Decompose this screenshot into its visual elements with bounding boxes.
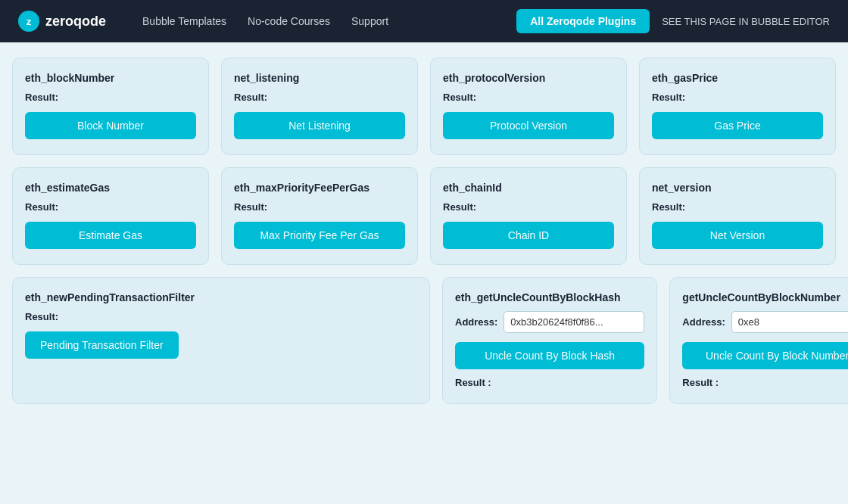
card-result-label: Result:	[25, 92, 196, 103]
card-title: eth_estimateGas	[25, 182, 196, 194]
block-number-button[interactable]: Block Number	[25, 112, 196, 139]
address-row: Address:	[682, 311, 848, 333]
card-title: getUncleCountByBlockNumber	[682, 291, 848, 303]
result-colon: Result :	[455, 377, 644, 388]
address-input[interactable]	[731, 311, 848, 333]
nav-support[interactable]: Support	[351, 15, 388, 27]
card-title: net_version	[652, 182, 823, 194]
card-title: eth_newPendingTransactionFilter	[25, 291, 417, 303]
card-title: eth_gasPrice	[652, 72, 823, 84]
card-result-label: Result:	[443, 92, 614, 103]
nav-bubble-templates[interactable]: Bubble Templates	[142, 15, 226, 27]
card-title: eth_protocolVersion	[443, 72, 614, 84]
result-colon: Result :	[682, 377, 848, 388]
card-uncle-count-block-hash: eth_getUncleCountByBlockHash Address: Un…	[442, 277, 657, 404]
card-chain-id: eth_chainId Result: Chain ID	[430, 167, 627, 265]
card-result-label: Result:	[234, 92, 405, 103]
estimate-gas-button[interactable]: Estimate Gas	[25, 222, 196, 249]
main-content: eth_blockNumber Result: Block Number net…	[0, 42, 848, 504]
bubble-editor-link[interactable]: SEE THIS PAGE IN BUBBLE EDITOR	[662, 16, 830, 27]
card-pending-tx-filter: eth_newPendingTransactionFilter Result: …	[12, 277, 430, 404]
net-version-button[interactable]: Net Version	[652, 222, 823, 249]
cards-row3: eth_newPendingTransactionFilter Result: …	[12, 277, 836, 404]
protocol-version-button[interactable]: Protocol Version	[443, 112, 614, 139]
card-net-listening: net_listening Result: Net Listening	[221, 58, 418, 155]
all-plugins-button[interactable]: All Zeroqode Plugins	[516, 9, 650, 33]
card-net-version: net_version Result: Net Version	[639, 167, 836, 265]
chain-id-button[interactable]: Chain ID	[443, 222, 614, 249]
uncle-count-number-button[interactable]: Uncle Count By Block Number	[682, 342, 848, 369]
nav-right: All Zeroqode Plugins SEE THIS PAGE IN BU…	[516, 9, 830, 33]
max-priority-fee-button[interactable]: Max Priority Fee Per Gas	[234, 222, 405, 249]
card-result-label: Result:	[25, 201, 196, 213]
card-result-label: Result:	[25, 311, 417, 322]
address-row: Address:	[455, 311, 644, 333]
logo-icon: z	[18, 11, 39, 32]
navigation: z zeroqode Bubble Templates No-code Cour…	[0, 0, 848, 42]
address-label: Address:	[455, 316, 497, 328]
cards-row1: eth_blockNumber Result: Block Number net…	[12, 58, 836, 155]
gas-price-button[interactable]: Gas Price	[652, 112, 823, 139]
card-result-label: Result:	[652, 201, 823, 213]
card-uncle-count-block-number: getUncleCountByBlockNumber Address: Uncl…	[669, 277, 848, 404]
card-title: net_listening	[234, 72, 405, 84]
cards-row2: eth_estimateGas Result: Estimate Gas eth…	[12, 167, 836, 265]
card-result-label: Result:	[234, 201, 405, 213]
card-protocol-version: eth_protocolVersion Result: Protocol Ver…	[430, 58, 627, 155]
address-input[interactable]	[504, 311, 644, 333]
card-result-label: Result:	[652, 92, 823, 103]
card-title: eth_chainId	[443, 182, 614, 194]
card-result-label: Result:	[443, 201, 614, 213]
nav-nocode-courses[interactable]: No-code Courses	[248, 15, 330, 27]
card-max-priority-fee: eth_maxPriorityFeePerGas Result: Max Pri…	[221, 167, 418, 265]
card-title: eth_maxPriorityFeePerGas	[234, 182, 405, 194]
pending-tx-filter-button[interactable]: Pending Transaction Filter	[25, 331, 179, 359]
uncle-count-hash-button[interactable]: Uncle Count By Block Hash	[455, 342, 644, 369]
card-eth-blocknumber: eth_blockNumber Result: Block Number	[12, 58, 209, 155]
net-listening-button[interactable]: Net Listening	[234, 112, 405, 139]
card-estimate-gas: eth_estimateGas Result: Estimate Gas	[12, 167, 209, 265]
card-title: eth_blockNumber	[25, 72, 196, 84]
card-gas-price: eth_gasPrice Result: Gas Price	[639, 58, 836, 155]
logo-text: zeroqode	[45, 14, 106, 30]
logo: z zeroqode	[18, 11, 106, 32]
card-title: eth_getUncleCountByBlockHash	[455, 291, 644, 303]
address-label: Address:	[682, 316, 725, 328]
nav-links: Bubble Templates No-code Courses Support	[142, 15, 388, 27]
